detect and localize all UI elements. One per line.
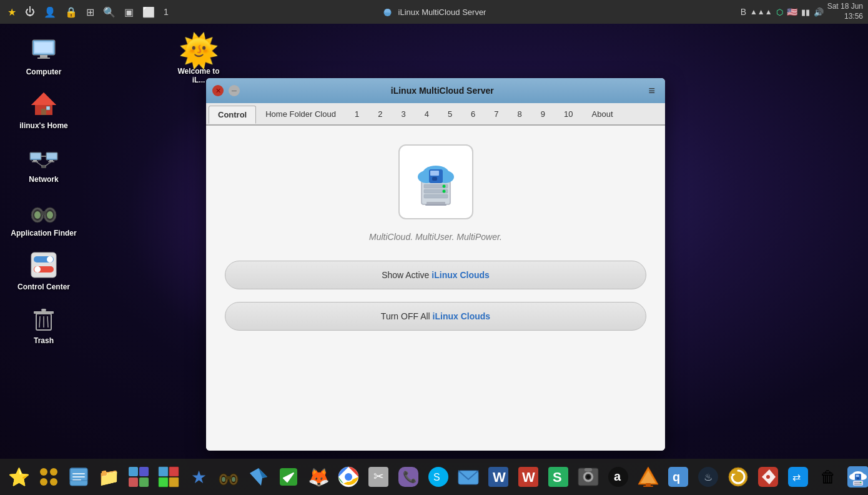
grid-panel-icon[interactable]: ⊞ — [84, 5, 97, 19]
taskbar-icon-clipboard[interactable] — [275, 463, 302, 491]
tab-1[interactable]: 1 — [345, 105, 368, 123]
svg-line-22 — [36, 161, 42, 166]
taskbar-icon-switcher[interactable] — [125, 463, 152, 491]
taskbar-icon-wps[interactable]: W — [515, 463, 542, 491]
svg-point-46 — [442, 185, 445, 188]
taskbar-icon-git[interactable] — [754, 463, 782, 491]
tab-5[interactable]: 5 — [438, 105, 461, 123]
svg-rect-110 — [643, 486, 653, 487]
svg-point-58 — [40, 478, 47, 486]
svg-text:a: a — [614, 469, 621, 483]
taskbar-icon-skype[interactable]: S — [425, 463, 452, 491]
desktop-icon-network[interactable]: Network — [6, 138, 81, 189]
turn-off-clouds-button[interactable]: Turn OFF All iLinux Clouds — [225, 302, 646, 331]
tab-control[interactable]: Control — [209, 106, 256, 124]
search-panel-icon[interactable]: 🔍 — [101, 5, 118, 19]
trash-icon — [29, 304, 59, 334]
window-body: MultiCloud. MultiUser. MultiPower. Show … — [206, 126, 665, 451]
user-panel-icon[interactable]: 👤 — [41, 5, 59, 19]
taskbar-icon-qbittorrent[interactable]: q — [664, 463, 692, 491]
taskbar-icon-send[interactable] — [245, 463, 272, 491]
taskbar-icon-multicloud[interactable] — [844, 463, 868, 491]
taskbar-icon-launcher[interactable] — [35, 463, 62, 491]
taskbar-icon-vlc[interactable] — [634, 463, 662, 491]
taskbar-icon-backup[interactable] — [724, 463, 752, 491]
svg-rect-126 — [856, 475, 859, 478]
svg-point-29 — [47, 211, 53, 219]
tab-6[interactable]: 6 — [461, 105, 485, 123]
power-panel-icon[interactable]: ⏻ — [22, 5, 37, 19]
svg-rect-45 — [424, 194, 448, 198]
appfinder-icon-label: Application Finder — [11, 229, 76, 238]
window-close-button[interactable]: ✕ — [212, 85, 224, 96]
svg-point-33 — [47, 256, 53, 262]
taskbar-icon-files[interactable] — [65, 463, 92, 491]
svg-rect-40 — [34, 311, 54, 314]
taskbar-icon-anote[interactable]: a — [604, 463, 632, 491]
svg-rect-30 — [41, 211, 46, 215]
tab-8[interactable]: 8 — [508, 105, 531, 123]
desktop-icon-home[interactable]: ilinux's Home — [6, 84, 81, 135]
taskbar-icon-word[interactable]: W — [485, 463, 512, 491]
welcome-sun-icon: 🌞 — [179, 34, 219, 67]
tab-7[interactable]: 7 — [485, 105, 508, 123]
star-panel-icon[interactable]: ★ — [5, 5, 19, 19]
desktop-icon-welcome[interactable]: 🌞 Welcome toiL... — [167, 34, 230, 84]
tab-9[interactable]: 9 — [531, 105, 555, 123]
flag-icon: 🇺🇸 — [787, 7, 797, 17]
taskbar-icon-teamviewer[interactable]: ⇄ — [784, 463, 812, 491]
desktop-icon-appfinder[interactable]: Application Finder — [6, 191, 81, 242]
bluetooth-icon[interactable]: B — [741, 7, 746, 17]
taskbar-icon-colors[interactable] — [155, 463, 182, 491]
taskbar-icon-favorites[interactable]: ★ — [185, 463, 212, 491]
taskbar-icon-star[interactable]: ⭐ — [5, 463, 32, 491]
desktop-icon-controlcenter[interactable]: Control Center — [6, 245, 81, 296]
controlcenter-icon — [29, 250, 59, 280]
taskbar-icon-viber[interactable]: 📞 — [395, 463, 422, 491]
svg-rect-104 — [584, 468, 592, 471]
volume-icon[interactable]: 🔊 — [814, 8, 824, 17]
screenshot-panel-icon[interactable]: ▣ — [122, 5, 136, 19]
taskbar-icon-chrome[interactable] — [335, 463, 362, 491]
svg-marker-9 — [31, 92, 56, 105]
svg-point-59 — [50, 478, 57, 486]
appfinder-icon — [29, 196, 59, 226]
taskbar-icon-steam[interactable]: ♨ — [694, 463, 722, 491]
tab-3[interactable]: 3 — [392, 105, 415, 123]
window-menu-button[interactable]: ≡ — [644, 83, 659, 99]
lock-panel-icon[interactable]: 🔒 — [62, 5, 80, 19]
svg-rect-14 — [33, 160, 37, 161]
taskbar-icon-capture[interactable] — [575, 463, 602, 491]
show-active-clouds-button[interactable]: Show Active iLinux Clouds — [225, 261, 646, 289]
svg-rect-11 — [46, 106, 50, 110]
network-icon — [29, 142, 59, 172]
taskbar-icon-filemanager[interactable]: 📁 — [95, 463, 122, 491]
tab-about[interactable]: About — [583, 105, 623, 123]
desktop: ★ ⏻ 👤 🔒 ⊞ 🔍 ▣ ⬜ 1 iLinux MultiCloud Serv… — [0, 0, 868, 495]
svg-rect-72 — [169, 478, 179, 487]
taskbar-icon-firefox[interactable]: 🦊 — [305, 463, 332, 491]
svg-text:q: q — [673, 470, 680, 484]
network-icon-label: Network — [29, 175, 58, 184]
taskbar-icon-sheets[interactable]: S — [545, 463, 572, 491]
svg-rect-7 — [37, 58, 50, 59]
tab-4[interactable]: 4 — [415, 105, 438, 123]
tab-10[interactable]: 10 — [555, 105, 582, 123]
desktop-icon-computer[interactable]: Computer — [6, 30, 81, 81]
window-panel-icon[interactable]: ⬜ — [140, 5, 157, 19]
panel-center: iLinux MultiCloud Server — [382, 6, 486, 18]
svg-rect-53 — [432, 177, 437, 181]
svg-rect-5 — [35, 42, 52, 52]
taskbar-icon-scissors[interactable]: ✂ — [365, 463, 392, 491]
svg-text:W: W — [493, 469, 506, 485]
panel-right: B ▲▲▲ ⬡ 🇺🇸 ▮▮ 🔊 Sat 18 Jun 13:56 — [741, 2, 863, 21]
computer-icon — [29, 35, 59, 65]
taskbar-icon-binoculars[interactable] — [215, 463, 242, 491]
tab-2[interactable]: 2 — [368, 105, 392, 123]
datetime-display[interactable]: Sat 18 Jun 13:56 — [827, 2, 863, 21]
tab-home-folder-cloud[interactable]: Home Folder Cloud — [256, 105, 345, 123]
taskbar-icon-mail[interactable] — [455, 463, 482, 491]
taskbar-icon-trash[interactable]: 🗑 — [814, 463, 842, 491]
window-minimize-button[interactable]: ─ — [229, 85, 240, 96]
desktop-icon-trash[interactable]: Trash — [6, 299, 81, 350]
